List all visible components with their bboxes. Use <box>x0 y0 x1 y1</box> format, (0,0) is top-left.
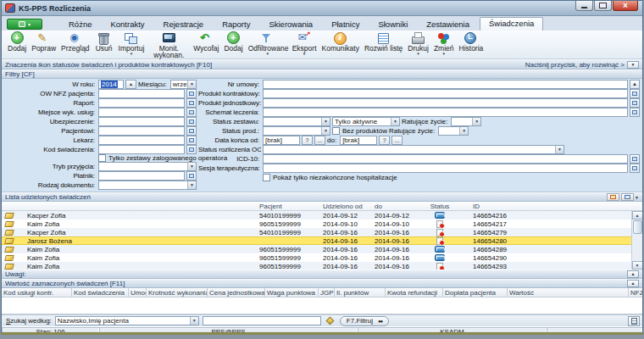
filter-text-input[interactable] <box>263 108 628 117</box>
filter-checkbox[interactable]: Pokaż tylko niezakończone hospitalizacje <box>263 174 397 181</box>
date-help-button[interactable]: ? <box>379 136 390 145</box>
toolbar-button-monit-wykonan[interactable]: Monit. wykonan. <box>147 31 191 58</box>
filter-select[interactable]: ▼ <box>263 117 330 126</box>
table-row[interactable]: Jarosz Bożena2014-09-162014-09-161466542… <box>2 236 631 245</box>
filter-apply-button[interactable]: F7.Filtruj ●● <box>340 316 389 326</box>
table-row[interactable]: Kaim Zofia960515999992014-09-162014-09-1… <box>2 245 631 253</box>
lookup-button[interactable] <box>186 136 197 145</box>
search-mode-select[interactable]: Nazwisko,Imię pacjenta ▼ <box>55 316 199 325</box>
calculator-button[interactable] <box>628 316 640 326</box>
close-button[interactable] <box>613 1 638 11</box>
filter-text-input[interactable]: [brak] <box>263 136 300 145</box>
filter-text-input[interactable] <box>263 164 628 173</box>
filter-text-input[interactable] <box>98 136 185 145</box>
date-more-button[interactable]: ... <box>314 136 325 145</box>
filter-select[interactable]: ▼ <box>98 162 197 171</box>
toolbar-button-dodaj[interactable]: Dodaj <box>5 31 29 52</box>
lookup-button[interactable] <box>630 89 640 98</box>
toolbar-button-historia[interactable]: Historia <box>457 31 486 52</box>
table-row[interactable]: Kaim Zofia960515999992014-09-162014-09-1… <box>2 262 631 270</box>
tab-raporty[interactable]: Raporty <box>214 19 258 31</box>
year-spinner-button[interactable]: ▴ <box>125 80 136 89</box>
maximize-button[interactable] <box>594 1 612 11</box>
filter-text-input[interactable] <box>263 154 628 164</box>
lookup-button[interactable] <box>630 164 640 173</box>
toolbar-button-przeglad[interactable]: Przegląd <box>58 31 92 52</box>
lookup-button[interactable] <box>186 98 197 108</box>
tab-rozne[interactable]: Różne <box>60 19 100 31</box>
legend-expand-button[interactable]: ▼ <box>627 61 639 69</box>
lookup-button[interactable] <box>630 108 640 117</box>
lookup-button[interactable] <box>186 108 197 117</box>
toolbar-button-importuj[interactable]: Importuj▾ <box>116 31 147 56</box>
dropdown-caret-icon[interactable]: ▾ <box>130 52 133 56</box>
filter-checkbox[interactable]: Bez produktów <box>332 127 387 135</box>
filter-text-input[interactable] <box>263 89 628 98</box>
table-row[interactable]: Kacper Zofia540101999992014-09-122014-09… <box>2 211 631 220</box>
values-collapse-button[interactable]: ▲ <box>627 280 639 287</box>
filter-text-input[interactable] <box>98 98 185 108</box>
dropdown-caret-icon[interactable]: ▾ <box>442 52 445 56</box>
tab-swiadczenia[interactable]: Świadczenia <box>480 17 543 31</box>
vertical-scrollbar[interactable]: ▲ ▼ <box>631 211 642 270</box>
toolbar-button-komunikaty[interactable]: Komunikaty <box>319 31 362 52</box>
scrollbar-thumb[interactable] <box>633 220 642 234</box>
tab-zestawienia[interactable]: Zestawienia <box>418 19 478 31</box>
list-view-orange-button[interactable] <box>607 193 619 201</box>
filter-text-input[interactable] <box>98 89 185 98</box>
toolbar-button-dodaj[interactable]: Dodaj <box>221 31 245 52</box>
collapse-filters-button[interactable]: ▲ <box>630 80 640 89</box>
dropdown-caret-icon[interactable]: ▾ <box>266 52 269 56</box>
toolbar-button-eksport[interactable]: Eksport▾ <box>290 31 319 56</box>
scroll-up-icon[interactable]: ▲ <box>632 211 643 220</box>
minimize-button[interactable] <box>575 1 593 11</box>
notes-scroll-up-button[interactable]: ▲ <box>627 270 639 278</box>
lookup-button[interactable] <box>186 117 197 126</box>
tab-kontrakty[interactable]: Kontrakty <box>102 19 153 31</box>
app-menu-button[interactable]: ▾ <box>7 19 42 30</box>
table-row[interactable]: Kaim Zofia960515999992014-09-102014-09-1… <box>2 220 631 228</box>
toolbar-button-wycofaj[interactable]: Wycofaj <box>191 31 221 52</box>
toolbar-button-odfiltrowane[interactable]: Odfiltrowane▾ <box>246 31 290 56</box>
filter-select[interactable]: ▼ <box>263 145 564 154</box>
tab-skierowania[interactable]: Skierowania <box>260 19 321 31</box>
tab-rejestracje[interactable]: Rejestracje <box>155 19 213 31</box>
scroll-down-icon[interactable]: ▼ <box>632 261 643 270</box>
toolbar-button-popraw[interactable]: Popraw <box>29 31 58 52</box>
filter-select[interactable]: ▼ <box>98 181 197 190</box>
filter-select[interactable]: ▼ <box>263 126 330 136</box>
chevron-down-icon[interactable]: ▼ <box>635 195 639 200</box>
filter-text-input[interactable] <box>98 117 185 126</box>
toolbar-button-zmien[interactable]: Zmień▾ <box>431 31 457 56</box>
filter-text-input[interactable] <box>98 171 185 181</box>
search-input[interactable] <box>203 316 321 325</box>
tab-slowniki[interactable]: Słowniki <box>369 19 416 31</box>
dropdown-caret-icon[interactable]: ▾ <box>303 52 306 56</box>
lookup-button[interactable] <box>630 98 640 108</box>
toolbar-button-usun[interactable]: Usuń <box>92 31 116 52</box>
filter-select[interactable]: ▼ <box>451 117 481 126</box>
filter-select[interactable]: wrzesień▼ <box>170 80 197 89</box>
lookup-button[interactable] <box>186 126 197 136</box>
toolbar-button-rozwin-liste[interactable]: Rozwiń listę <box>362 31 405 52</box>
filter-text-input[interactable] <box>98 126 185 136</box>
table-row[interactable]: Kacper Zofia540101999992014-09-162014-09… <box>2 228 631 236</box>
tab-platnicy[interactable]: Płatnicy <box>323 19 368 31</box>
filter-text-input[interactable] <box>98 145 185 154</box>
filter-select[interactable]: Tylko aktywne▼ <box>332 117 400 126</box>
lookup-button[interactable] <box>630 154 640 164</box>
filter-text-input[interactable] <box>263 80 628 89</box>
filter-text-input[interactable] <box>263 98 628 108</box>
filter-text-input[interactable]: [brak] <box>340 136 377 145</box>
lookup-button[interactable] <box>186 89 197 98</box>
dropdown-caret-icon[interactable]: ▾ <box>417 52 419 56</box>
lookup-button[interactable] <box>186 171 197 181</box>
date-more-button[interactable]: ... <box>391 136 402 145</box>
year-input[interactable]: 2014 <box>98 80 124 89</box>
list-view-blue-button[interactable] <box>621 193 634 201</box>
date-help-button[interactable]: ? <box>302 136 313 145</box>
table-row[interactable]: Kaim Zofia960515999992014-09-162014-09-1… <box>2 253 631 262</box>
lookup-button[interactable] <box>186 145 197 154</box>
filter-text-input[interactable] <box>98 108 185 117</box>
filter-select[interactable]: ▼ <box>438 126 469 136</box>
